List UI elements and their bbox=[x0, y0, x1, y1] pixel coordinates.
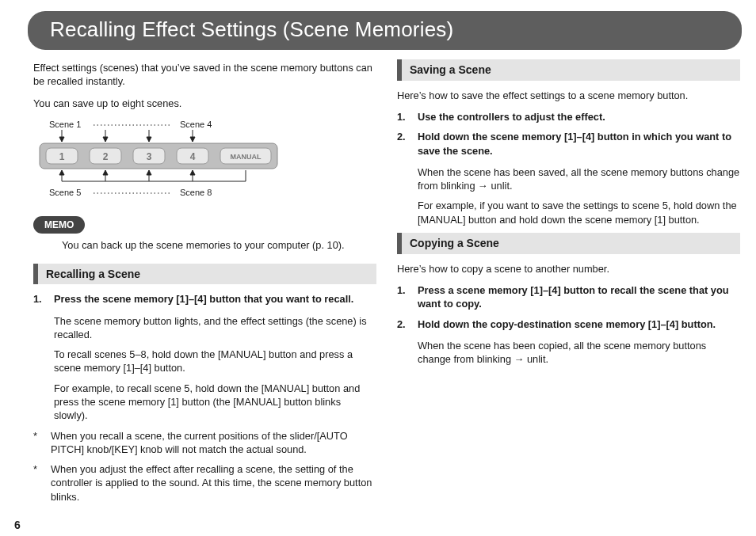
copy-step-2-text: Hold down the copy-destination scene mem… bbox=[418, 317, 716, 331]
recall-sub-3: For example, to recall scene 5, hold dow… bbox=[54, 382, 376, 423]
copying-scene-heading: Copying a Scene bbox=[397, 233, 740, 254]
svg-marker-2 bbox=[59, 137, 64, 142]
recall-step-1-text: Press the scene memory [1]–[4] button th… bbox=[54, 292, 353, 306]
recall-sub-2: To recall scenes 5–8, hold down the [MAN… bbox=[54, 348, 376, 375]
copy-steps: 1. Press a scene memory [1]–[4] button t… bbox=[397, 283, 740, 331]
svg-marker-20 bbox=[147, 170, 151, 175]
svg-marker-22 bbox=[190, 170, 195, 175]
copy-step-1-text: Press a scene memory [1]–[4] button to r… bbox=[418, 283, 740, 311]
intro-text-1: Effect settings (scenes) that you’ve sav… bbox=[33, 61, 376, 89]
save-step-1: 1. Use the controllers to adjust the eff… bbox=[397, 110, 740, 124]
recall-sub-1: The scene memory button lights, and the … bbox=[54, 314, 376, 342]
step-number: 1. bbox=[397, 110, 411, 124]
recall-note-1-text: When you recall a scene, the current pos… bbox=[51, 429, 376, 457]
diagram-btn-1: 1 bbox=[59, 151, 65, 162]
diagram-btn-2: 2 bbox=[103, 151, 109, 162]
page: Recalling Effect Settings (Scene Memorie… bbox=[0, 11, 756, 536]
left-column: Effect settings (scenes) that you’ve sav… bbox=[33, 59, 376, 510]
copy-intro: Here’s how to copy a scene to another nu… bbox=[397, 262, 740, 276]
save-step-1-text: Use the controllers to adjust the effect… bbox=[418, 110, 605, 124]
recall-note-2-text: When you adjust the effect after recalli… bbox=[51, 462, 376, 504]
svg-marker-18 bbox=[103, 170, 108, 175]
svg-marker-4 bbox=[103, 137, 108, 142]
asterisk-icon: * bbox=[33, 429, 43, 457]
step-number: 1. bbox=[397, 283, 411, 311]
intro-text-2: You can save up to eight scenes. bbox=[33, 97, 376, 110]
diagram-scene5-label: Scene 5 bbox=[49, 188, 81, 197]
saving-scene-heading: Saving a Scene bbox=[397, 59, 740, 81]
page-title: Recalling Effect Settings (Scene Memorie… bbox=[28, 11, 742, 50]
step-number: 2. bbox=[397, 130, 411, 158]
step-number: 2. bbox=[397, 317, 411, 331]
page-number: 6 bbox=[14, 519, 21, 531]
diagram-scene4-label: Scene 4 bbox=[180, 120, 212, 129]
svg-marker-16 bbox=[59, 170, 64, 175]
recalling-scene-heading: Recalling a Scene bbox=[33, 264, 376, 285]
arrow-icon: → bbox=[478, 180, 488, 192]
save-intro: Here’s how to save the effect settings t… bbox=[397, 89, 740, 102]
save-sub-1: When the scene has been saved, all the s… bbox=[418, 165, 740, 193]
diagram-btn-4: 4 bbox=[190, 151, 196, 162]
svg-marker-8 bbox=[190, 137, 195, 142]
diagram-scene8-label: Scene 8 bbox=[180, 188, 212, 197]
diagram-btn-3: 3 bbox=[147, 151, 152, 162]
memo-badge: MEMO bbox=[33, 216, 85, 234]
save-sub-2: For example, if you want to save the set… bbox=[418, 199, 740, 226]
save-step-2: 2. Hold down the scene memory [1]–[4] bu… bbox=[397, 130, 740, 158]
svg-marker-6 bbox=[147, 137, 151, 142]
arrow-icon: → bbox=[514, 353, 525, 365]
diagram-btn-manual: MANUAL bbox=[231, 153, 262, 161]
copy-step-1: 1. Press a scene memory [1]–[4] button t… bbox=[397, 283, 740, 311]
scene-diagram-svg: Scene 1 Scene 4 1 bbox=[33, 118, 295, 205]
content-columns: Effect settings (scenes) that you’ve sav… bbox=[0, 59, 756, 510]
recall-step-1: 1. Press the scene memory [1]–[4] button… bbox=[33, 292, 376, 306]
save-steps: 1. Use the controllers to adjust the eff… bbox=[397, 110, 740, 158]
recall-notes: * When you recall a scene, the current p… bbox=[33, 429, 376, 504]
diagram-scene1-label: Scene 1 bbox=[49, 120, 81, 129]
copy-step-2: 2. Hold down the copy-destination scene … bbox=[397, 317, 740, 331]
scene-diagram: Scene 1 Scene 4 1 bbox=[33, 118, 376, 208]
asterisk-icon: * bbox=[33, 462, 43, 504]
recall-note-1: * When you recall a scene, the current p… bbox=[33, 429, 376, 457]
recall-steps: 1. Press the scene memory [1]–[4] button… bbox=[33, 292, 376, 306]
step-number: 1. bbox=[33, 292, 48, 306]
save-step-2-text: Hold down the scene memory [1]–[4] butto… bbox=[418, 130, 740, 158]
recall-note-2: * When you adjust the effect after recal… bbox=[33, 462, 376, 504]
right-column: Saving a Scene Here’s how to save the ef… bbox=[397, 59, 740, 510]
copy-sub-1: When the scene has been copied, all the … bbox=[418, 339, 740, 367]
memo-text: You can back up the scene memories to yo… bbox=[62, 238, 376, 252]
